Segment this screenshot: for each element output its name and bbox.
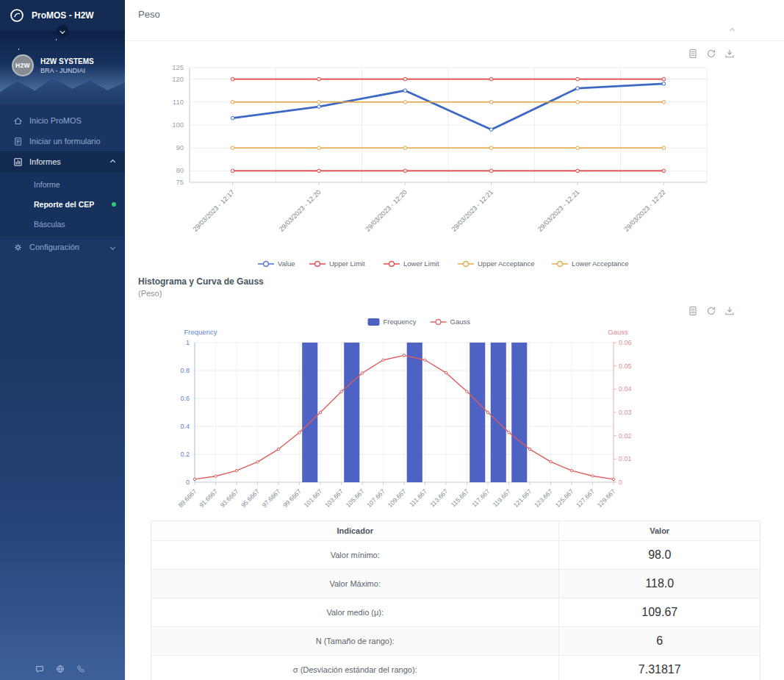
app-logo-icon xyxy=(9,7,25,24)
svg-text:109.667: 109.667 xyxy=(386,487,408,509)
sidebar-subitem-informe[interactable]: Informe xyxy=(0,174,125,194)
chart-save-image-button[interactable] xyxy=(724,48,736,59)
svg-text:101.667: 101.667 xyxy=(303,487,324,509)
svg-text:Frequency: Frequency xyxy=(384,318,417,326)
svg-text:125.667: 125.667 xyxy=(554,487,575,509)
location-label: BRA - JUNDIAI xyxy=(40,67,94,74)
company-name: H2W SYSTEMS xyxy=(40,57,94,65)
chart-save-image-button[interactable] xyxy=(724,305,736,316)
histogram-chart-svg: 00.20.40.60.8100.010.020.030.040.050.068… xyxy=(147,313,757,518)
chart-toolbox xyxy=(688,305,736,316)
svg-text:129.667: 129.667 xyxy=(596,487,617,509)
svg-text:0.03: 0.03 xyxy=(619,409,632,416)
legend-item-gauss[interactable]: Gauss xyxy=(431,318,471,326)
svg-text:119.667: 119.667 xyxy=(492,487,513,509)
svg-text:0: 0 xyxy=(186,479,190,486)
form-icon xyxy=(13,137,23,146)
report-icon xyxy=(13,157,23,167)
indicator-cell: Valor Máximo: xyxy=(151,570,559,598)
legend-item-lower-acceptance[interactable]: Lower Acceptance xyxy=(552,260,629,268)
chart-dataview-button[interactable] xyxy=(688,48,699,59)
table-row: Valor mínimo:98.0 xyxy=(151,541,760,570)
language-button[interactable] xyxy=(56,665,65,673)
table-header-valor: Valor xyxy=(559,521,760,541)
informes-submenu: Informe Reporte del CEP Básculas xyxy=(0,172,125,237)
globe-icon xyxy=(56,665,65,673)
svg-text:Frequency: Frequency xyxy=(184,328,217,336)
svg-text:113.667: 113.667 xyxy=(428,487,450,509)
indicator-cell: σ (Desviación estándar del rango): xyxy=(151,656,559,680)
refresh-icon xyxy=(706,306,716,316)
sidebar-subitem-label: Reporte del CEP xyxy=(34,200,94,209)
svg-text:Lower Acceptance: Lower Acceptance xyxy=(572,260,629,268)
legend-item-lower-limit[interactable]: Lower Limit xyxy=(384,260,439,268)
svg-text:0.4: 0.4 xyxy=(180,423,190,430)
panel-header: Peso xyxy=(125,0,784,41)
panel-collapse-button[interactable] xyxy=(725,24,738,34)
svg-text:75: 75 xyxy=(176,178,184,186)
svg-text:117.667: 117.667 xyxy=(470,487,492,509)
sidebar-item-configuracion[interactable]: Configuración xyxy=(0,237,125,257)
svg-text:103.667: 103.667 xyxy=(323,487,345,509)
sidebar-item-iniciar-formulario[interactable]: Iniciar un formulario xyxy=(0,131,125,151)
svg-text:0.8: 0.8 xyxy=(180,367,190,374)
svg-text:0.06: 0.06 xyxy=(619,339,632,346)
sidebar-subitem-label: Informe xyxy=(34,180,60,189)
svg-text:Gauss: Gauss xyxy=(450,318,471,326)
svg-text:Upper Limit: Upper Limit xyxy=(329,260,365,268)
document-icon xyxy=(688,49,698,59)
profile-collapse-button[interactable] xyxy=(57,25,69,37)
histogram-chart-panel: 00.20.40.60.8100.010.020.030.040.050.068… xyxy=(125,298,784,518)
svg-text:99.6667: 99.6667 xyxy=(281,487,303,509)
sidebar-item-label: Inicio ProMOS xyxy=(29,116,82,125)
table-row: Valor Máximo:118.0 xyxy=(151,570,760,598)
chat-button[interactable] xyxy=(35,665,44,673)
sidebar-item-label: Informes xyxy=(29,157,61,166)
svg-text:29/03/2023 - 12:22: 29/03/2023 - 12:22 xyxy=(622,188,667,233)
sidebar-item-informes[interactable]: Informes xyxy=(0,151,125,172)
profile-row: H2W H2W SYSTEMS BRA - JUNDIAI xyxy=(12,54,94,76)
gear-icon xyxy=(13,243,23,252)
svg-text:0: 0 xyxy=(619,479,622,486)
svg-text:100: 100 xyxy=(172,121,184,129)
svg-text:105.667: 105.667 xyxy=(345,487,366,509)
home-icon xyxy=(13,116,23,126)
sidebar-item-inicio-promos[interactable]: Inicio ProMOS xyxy=(0,110,125,131)
control-chart-svg: 75809010011012012529/03/2023 - 12:1729/0… xyxy=(147,59,757,271)
legend-item-upper-acceptance[interactable]: Upper Acceptance xyxy=(458,260,535,268)
chart-toolbox xyxy=(688,48,736,59)
svg-text:29/03/2023 - 12:21: 29/03/2023 - 12:21 xyxy=(536,188,581,233)
svg-text:29/03/2023 - 12:21: 29/03/2023 - 12:21 xyxy=(450,188,495,233)
legend-item-upper-limit[interactable]: Upper Limit xyxy=(309,260,365,268)
svg-text:127.667: 127.667 xyxy=(575,487,596,509)
svg-text:0.02: 0.02 xyxy=(619,432,632,440)
chevron-up-icon xyxy=(110,159,115,164)
sidebar-subitem-reporte-del-cep[interactable]: Reporte del CEP xyxy=(0,194,125,214)
indicators-table: Indicador Valor Valor mínimo:98.0Valor M… xyxy=(151,520,760,680)
download-icon xyxy=(724,306,735,316)
legend-item-frequency[interactable]: Frequency xyxy=(368,318,417,326)
legend-item-value[interactable]: Value xyxy=(258,260,295,268)
svg-text:111.667: 111.667 xyxy=(408,487,428,508)
chart-dataview-button[interactable] xyxy=(688,305,699,316)
phone-button[interactable] xyxy=(76,665,85,673)
chart-restore-button[interactable] xyxy=(706,48,717,59)
chart-restore-button[interactable] xyxy=(706,305,717,316)
chevron-down-icon xyxy=(110,244,115,249)
download-icon xyxy=(724,49,735,59)
chevron-up-icon xyxy=(729,28,734,33)
sidebar-subitem-label: Básculas xyxy=(34,220,65,229)
svg-text:0.2: 0.2 xyxy=(180,451,190,458)
svg-text:Gauss: Gauss xyxy=(608,328,628,336)
sidebar-subitem-basculas[interactable]: Básculas xyxy=(0,214,125,234)
svg-text:110: 110 xyxy=(173,98,184,106)
chat-icon xyxy=(35,665,44,673)
histogram-heading: Histograma y Curva de Gauss (Peso) xyxy=(125,271,784,298)
sidebar-item-label: Configuración xyxy=(29,243,79,251)
svg-text:97.6667: 97.6667 xyxy=(261,487,282,509)
active-indicator-dot xyxy=(112,202,116,207)
indicator-cell: Valor mínimo: xyxy=(151,541,559,570)
svg-text:0.04: 0.04 xyxy=(619,385,632,393)
sidebar-menu: Inicio ProMOS Iniciar un formulario Info… xyxy=(0,104,125,257)
histogram-subtitle: (Peso) xyxy=(138,289,784,298)
